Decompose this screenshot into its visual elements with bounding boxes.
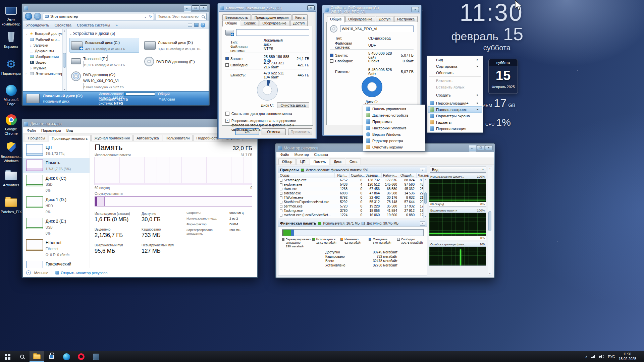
maximize-button[interactable] xyxy=(477,145,484,150)
column-working-set[interactable]: Рабочи... xyxy=(382,173,399,178)
tab-memory[interactable]: Память xyxy=(310,159,330,165)
help-icon[interactable] xyxy=(201,23,205,27)
menu-item-new[interactable]: Создать xyxy=(428,92,482,98)
drive-e-tile[interactable]: Transcend (E:)11,0 ГБ свободно из 57,6 Г… xyxy=(69,54,139,69)
menu-item-gadgets[interactable]: Гаджеты xyxy=(428,119,482,125)
tab-sharing[interactable]: Доступ xyxy=(376,16,393,22)
open-resource-monitor-link[interactable]: Открыть монитор ресурсов xyxy=(55,271,107,275)
menu-options[interactable]: Параметры xyxy=(39,128,64,133)
menu-item-sort[interactable]: Сортировка xyxy=(428,63,482,69)
menu-file[interactable]: Файл xyxy=(278,153,292,157)
sidebar-item-documents[interactable]: Документы xyxy=(23,48,62,54)
tab-disk[interactable]: Диск xyxy=(330,159,345,165)
tab-processes[interactable]: Процессы xyxy=(25,135,48,141)
checkbox[interactable] xyxy=(280,214,282,217)
taskbar-search-button[interactable] xyxy=(15,351,30,362)
back-button[interactable] xyxy=(25,13,32,20)
column-image[interactable]: Образ xyxy=(278,173,335,178)
checkbox[interactable] xyxy=(280,183,282,186)
maximize-button[interactable] xyxy=(192,5,199,10)
menu-monitor[interactable]: Монитор xyxy=(292,153,312,157)
tab-previous-versions[interactable]: Предыдущие версии xyxy=(252,14,291,20)
sidebar-item-this-pc[interactable]: ›Этот компьютер xyxy=(23,71,62,76)
processes-header[interactable]: Процессы Использование физической памяти… xyxy=(278,167,427,173)
submenu-item-empty-recycle-bin[interactable]: Очистить корзину xyxy=(364,144,424,150)
menu-file[interactable]: Файл xyxy=(24,128,39,133)
sidebar-item-gpu[interactable]: Графический процессорNVIDIA GeForce GTX … xyxy=(23,259,90,268)
scrollbar-thumb[interactable] xyxy=(488,211,491,231)
tab-cpu[interactable]: ЦП xyxy=(297,159,309,165)
sidebar-item-music[interactable]: Музыка xyxy=(23,65,62,71)
checkbox[interactable] xyxy=(280,209,282,212)
tab-startup[interactable]: Автозагрузка xyxy=(133,135,162,141)
close-button[interactable] xyxy=(412,7,419,12)
process-row[interactable]: StartMenuExperienceHost.exe5292055 31278… xyxy=(278,200,427,204)
search-input[interactable] xyxy=(158,14,200,18)
submenu-item-programs[interactable]: Программы xyxy=(364,118,424,125)
volume-label-input[interactable] xyxy=(236,29,309,36)
menu-item-paste[interactable]: Вставить xyxy=(428,77,482,84)
explorer-titlebar[interactable] xyxy=(23,5,209,12)
menu-item-display-settings[interactable]: Параметры экрана xyxy=(428,113,482,119)
checkbox[interactable] xyxy=(280,196,282,199)
tab-tools[interactable]: Сервис xyxy=(241,20,259,26)
desktop-icon-edge[interactable]: Microsoft Edge xyxy=(1,84,21,106)
collapse-button[interactable] xyxy=(420,168,425,172)
checkbox[interactable] xyxy=(280,188,282,190)
submenu-item-windows-version[interactable]: Версия Windows xyxy=(364,131,424,137)
address-bar[interactable]: Этот компьютер xyxy=(43,13,154,20)
menu-item-view[interactable]: Вид xyxy=(428,57,482,63)
process-row[interactable]: sidebar.exe6908047 86436 58814 53622 052 xyxy=(278,191,427,195)
close-button[interactable] xyxy=(200,5,207,10)
tab-hardware[interactable]: Оборудование xyxy=(260,20,289,26)
sidebar-item-ethernet[interactable]: EthernetEthernetО: 0 П: 0 кбит/с xyxy=(23,238,90,259)
drive-d-tile[interactable]: Локальный диск (D:)1,63 ТБ свободно из 1… xyxy=(143,38,209,53)
tab-sharing[interactable]: Доступ xyxy=(290,20,308,26)
system-properties-button[interactable]: Свойства системы xyxy=(77,23,110,27)
more-commands-button[interactable]: » xyxy=(115,23,117,27)
process-row[interactable]: Taskmgr.exe3780018 05641 58427 91213 672 xyxy=(278,208,427,213)
submenu-item-device-manager[interactable]: Диспетчер устройств xyxy=(364,112,424,118)
devices-section-title[interactable]: ⌄Устройства и диски (5) xyxy=(69,31,206,36)
organize-button[interactable]: Упорядочить xyxy=(26,23,49,27)
column-hard-faults[interactable]: Ошибо... xyxy=(350,173,364,178)
minimize-button[interactable] xyxy=(184,5,191,12)
taskbar-explorer-button[interactable] xyxy=(30,351,44,362)
volume-label-input[interactable]: WIN10_X64_PRO_VL xyxy=(340,25,414,32)
drive-g-tile[interactable]: DVD-дисковод (G:) WIN10_X64_PRO_VL0 байт… xyxy=(69,70,139,91)
menu-item-settings-panel[interactable]: Панель настроек xyxy=(428,106,482,113)
desktop-icon-windows-security[interactable]: Безопасно... Windows xyxy=(1,141,21,163)
compress-checkbox-row[interactable]: Сжать этот диск для экономии места xyxy=(225,112,309,116)
minimize-button[interactable] xyxy=(469,145,476,152)
index-checkbox-row[interactable]: Разрешить индексировать содержимое файло… xyxy=(225,119,309,132)
desktop-icon-activators[interactable]: Activators xyxy=(1,169,21,187)
process-row[interactable]: svchost.exe (LocalServiceNet...1224016 0… xyxy=(278,213,427,217)
dialog-titlebar[interactable]: Свойства: Локальный диск (C:) xyxy=(219,4,316,11)
taskbar-app-button[interactable] xyxy=(89,351,103,362)
tab-users[interactable]: Пользователи xyxy=(163,135,193,141)
column-shareable[interactable]: Общий... xyxy=(399,173,417,178)
calendar-gadget[interactable]: суббота 15 Февраль 2025 xyxy=(488,59,518,94)
desktop-icon-patches[interactable]: Patches_FIX xyxy=(1,196,21,214)
process-row[interactable]: explorer.exe54364120 512145 66097 56048 … xyxy=(278,182,427,187)
tab-security[interactable]: Безопасность xyxy=(222,14,251,20)
sidebar-item-cpu[interactable]: ЦП1% 1,73 ГГц xyxy=(23,142,90,158)
view-grid-icon[interactable] xyxy=(188,23,192,27)
index-checkbox[interactable] xyxy=(225,119,229,123)
desktop-icon-recycle-bin[interactable]: Корзина xyxy=(1,31,21,49)
taskbar-store-button[interactable] xyxy=(44,351,59,362)
sidebar-item-disk1[interactable]: Диск 1 (D:)HDD0% xyxy=(23,195,90,216)
menu-view[interactable]: Вид xyxy=(64,128,76,133)
menu-item-refresh[interactable]: Обновить xyxy=(428,69,482,76)
network-icon[interactable] xyxy=(591,355,595,358)
refresh-icon[interactable] xyxy=(149,15,152,18)
tab-app-history[interactable]: Журнал приложений xyxy=(91,135,133,141)
taskbar-edge-button[interactable] xyxy=(59,351,74,362)
hidden-icons-chevron[interactable] xyxy=(585,355,588,358)
menu-item-personalization[interactable]: Персонализация xyxy=(428,125,482,132)
compress-checkbox[interactable] xyxy=(225,112,229,116)
window-scrollbar[interactable]: ▲▼ xyxy=(488,167,492,276)
desktop-icon-chrome[interactable]: Google Chrome xyxy=(1,113,21,135)
desktop-icon-this-pc[interactable]: Этот компьютер xyxy=(1,4,21,26)
menu-item-paste-shortcut[interactable]: Вставить ярлык xyxy=(428,84,482,90)
